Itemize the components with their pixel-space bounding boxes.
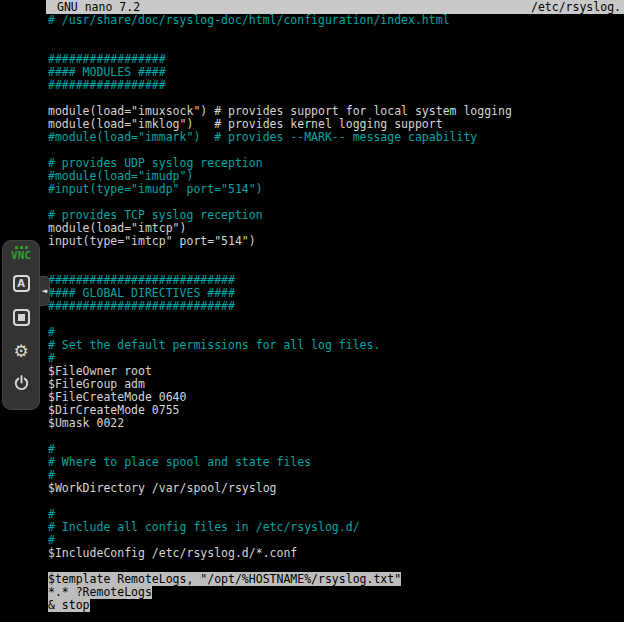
editor-line: ########################### [48,300,624,313]
fullscreen-button[interactable] [8,304,34,330]
editor-line [48,27,624,40]
editor-line: $DirCreateMode 0755 [48,404,624,417]
novnc-logo-text: VNC [11,250,31,261]
editor-line: #module(load="immark") # provides --MARK… [48,131,624,144]
editor-line: *.* ?RemoteLogs [48,586,624,599]
collapse-arrow-icon: ◄ [42,287,47,295]
editor-line: # Include all config files in /etc/rsysl… [48,521,624,534]
selected-text: & stop [48,598,90,612]
nano-terminal: GNU nano 7.2 /etc/rsyslog. # /usr/share/… [46,0,624,622]
fullscreen-icon [13,309,30,326]
editor-line: # /usr/share/doc/rsyslog-doc/html/config… [48,14,624,27]
editor-line: $Umask 0022 [48,417,624,430]
editor-line: input(type="imtcp" port="514") [48,235,624,248]
selected-text: *.* ?RemoteLogs [48,585,152,599]
editor-line: ################# [48,79,624,92]
keyboard-a-icon: A [13,275,30,292]
editor-line: & stop [48,599,624,612]
editor-line [48,313,624,326]
editor-line: # Set the default permissions for all lo… [48,339,624,352]
editor-line: #input(type="imudp" port="514") [48,183,624,196]
nano-version: GNU nano 7.2 [57,0,140,14]
editor-line [48,248,624,261]
disconnect-button[interactable] [8,372,34,398]
editor-line: $IncludeConfig /etc/rsyslog.d/*.conf [48,547,624,560]
novnc-logo: VNC [11,246,31,261]
gear-icon: ⚙ [13,343,28,360]
selected-text: $template RemoteLogs, "/opt/%HOSTNAME%/r… [48,572,401,586]
editor-line [48,430,624,443]
nano-filename: /etc/rsyslog. [531,0,621,14]
control-bar-handle[interactable]: ◄ [40,276,50,306]
editor-line: $WorkDirectory /var/spool/rsyslog [48,482,624,495]
nano-titlebar: GNU nano 7.2 /etc/rsyslog. [46,0,624,14]
editor-buffer[interactable]: # /usr/share/doc/rsyslog-doc/html/config… [46,14,624,612]
power-icon [13,375,30,395]
editor-line: # Where to place spool and state files [48,456,624,469]
editor-line [48,495,624,508]
extra-keys-button[interactable]: A [8,270,34,296]
novnc-control-bar: VNC A ⚙ [2,240,40,410]
settings-button[interactable]: ⚙ [8,338,34,364]
